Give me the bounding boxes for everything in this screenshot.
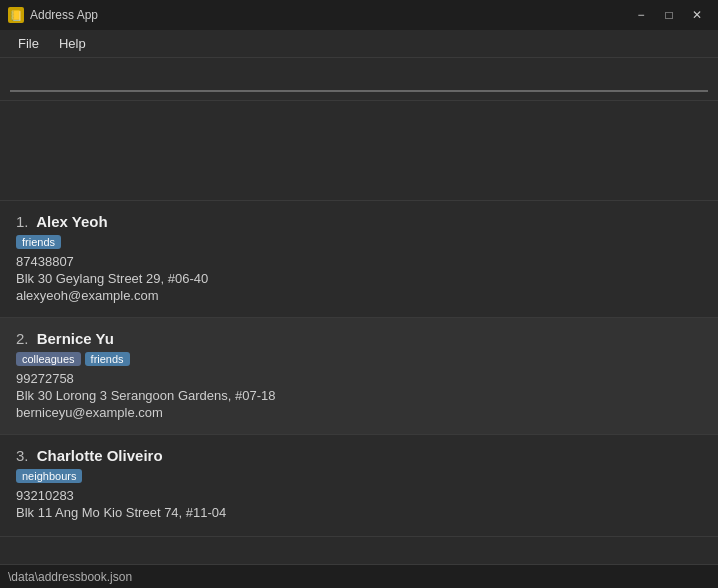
contact-address-3: Blk 11 Ang Mo Kio Street 74, #11-04: [16, 505, 702, 520]
maximize-button[interactable]: □: [656, 5, 682, 25]
contact-index-3: 3.: [16, 447, 29, 464]
contact-header-3: 3. Charlotte Oliveiro: [16, 447, 702, 464]
contact-email-2: berniceyu@example.com: [16, 405, 702, 420]
contact-index-2: 2.: [16, 330, 29, 347]
status-text: \data\addressbook.json: [8, 570, 132, 584]
tag-friends-2: friends: [85, 352, 130, 366]
minimize-button[interactable]: −: [628, 5, 654, 25]
menu-bar: File Help: [0, 30, 718, 58]
search-input[interactable]: [10, 66, 708, 92]
contacts-list: 1. Alex Yeoh friends 87438807 Blk 30 Gey…: [0, 201, 718, 564]
search-bar: [0, 58, 718, 101]
contact-phone-3: 93210283: [16, 488, 702, 503]
contact-header-1: 1. Alex Yeoh: [16, 213, 702, 230]
tag-neighbours-3: neighbours: [16, 469, 82, 483]
contact-card-3[interactable]: 3. Charlotte Oliveiro neighbours 9321028…: [0, 435, 718, 537]
contact-card-1[interactable]: 1. Alex Yeoh friends 87438807 Blk 30 Gey…: [0, 201, 718, 318]
contact-card-2[interactable]: 2. Bernice Yu colleagues friends 9927275…: [0, 318, 718, 435]
tag-colleagues-2: colleagues: [16, 352, 81, 366]
status-bar: \data\addressbook.json: [0, 564, 718, 588]
contact-phone-1: 87438807: [16, 254, 702, 269]
contact-tags-3: neighbours: [16, 469, 702, 483]
image-area: [0, 101, 718, 201]
contact-email-1: alexyeoh@example.com: [16, 288, 702, 303]
close-button[interactable]: ✕: [684, 5, 710, 25]
contact-name-3: Charlotte Oliveiro: [37, 447, 163, 464]
menu-file[interactable]: File: [8, 32, 49, 55]
contact-phone-2: 99272758: [16, 371, 702, 386]
menu-help[interactable]: Help: [49, 32, 96, 55]
contact-name-2: Bernice Yu: [37, 330, 114, 347]
contact-index-1: 1.: [16, 213, 29, 230]
contact-tags-1: friends: [16, 235, 702, 249]
app-icon: 📒: [8, 7, 24, 23]
window-controls: − □ ✕: [628, 5, 710, 25]
app-title: Address App: [30, 8, 628, 22]
contact-name-1: Alex Yeoh: [36, 213, 107, 230]
contact-header-2: 2. Bernice Yu: [16, 330, 702, 347]
contact-tags-2: colleagues friends: [16, 352, 702, 366]
contact-address-1: Blk 30 Geylang Street 29, #06-40: [16, 271, 702, 286]
contact-address-2: Blk 30 Lorong 3 Serangoon Gardens, #07-1…: [16, 388, 702, 403]
tag-friends-1: friends: [16, 235, 61, 249]
title-bar: 📒 Address App − □ ✕: [0, 0, 718, 30]
